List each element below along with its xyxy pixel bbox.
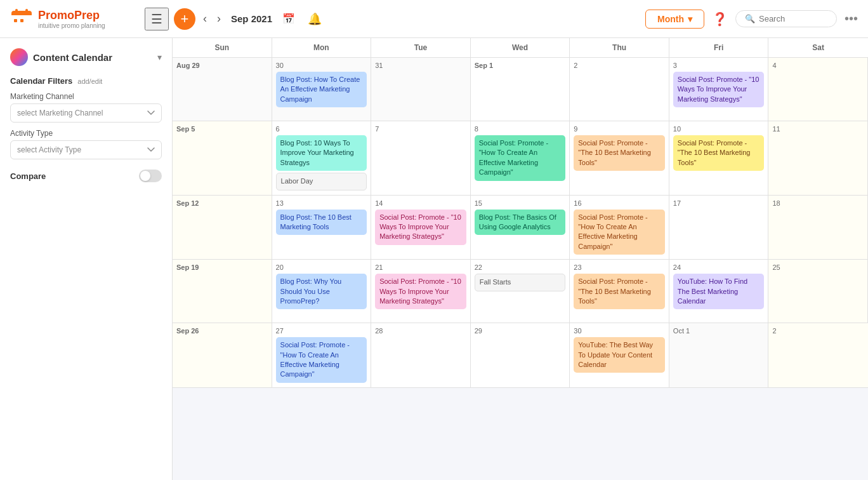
calendar-event[interactable]: Social Post: Promote - "How To Create An…: [574, 210, 665, 255]
logo-brand: PromoPrep: [38, 9, 105, 22]
calendar-cell: Sep 1: [471, 58, 570, 121]
notification-bell[interactable]: 🔔: [308, 12, 322, 26]
calendar-cell: 7: [371, 121, 471, 196]
week-label: Aug 29: [176, 62, 268, 69]
calendar-cell: Sep 12: [173, 196, 272, 260]
search-input[interactable]: [759, 14, 827, 23]
calendar-cell: 2: [570, 58, 669, 121]
calendar-cell: 31: [371, 58, 471, 121]
cell-date: 28: [375, 327, 466, 335]
calendar-event[interactable]: YouTube: The Best Way To Update Your Con…: [574, 337, 665, 373]
calendar-cell: 13Blog Post: The 10 Best Marketing Tools: [272, 196, 372, 260]
cell-date: 2: [772, 327, 864, 335]
calendar-cell: 18: [768, 196, 868, 260]
calendar-event[interactable]: Social Post: Promote - "10 Ways To Impro…: [375, 210, 466, 245]
calendar-event[interactable]: Social Post: Promote - "How To Create An…: [276, 337, 367, 383]
cell-date: 30: [276, 62, 367, 69]
logo-sub: intuitive promo planning: [38, 22, 105, 29]
add-button[interactable]: +: [174, 8, 195, 30]
calendar-cell: 30YouTube: The Best Way To Update Your C…: [570, 323, 669, 388]
hamburger-button[interactable]: ☰: [145, 8, 169, 30]
calendar-event[interactable]: Social Post: Promote - "10 Ways To Impro…: [673, 72, 765, 107]
calendar-event[interactable]: Blog Post: The 10 Best Marketing Tools: [276, 210, 367, 236]
cell-date: 14: [375, 199, 466, 207]
calendar-cell: 23Social Post: Promote - "The 10 Best Ma…: [570, 260, 669, 323]
activity-type-select[interactable]: select Activity Type: [10, 140, 162, 159]
filter-add-edit-link[interactable]: add/edit: [77, 77, 102, 85]
day-header: Wed: [471, 38, 570, 57]
layout: Content Calendar ▾ Calendar Filters add/…: [0, 0, 868, 480]
calendar-event[interactable]: Social Post: Promote - "How To Create An…: [475, 135, 566, 181]
calendar-cell: 14Social Post: Promote - "10 Ways To Imp…: [371, 196, 471, 260]
calendar-cell: 27Social Post: Promote - "How To Create …: [272, 323, 372, 388]
calendar-cell: 15Blog Post: The Basics Of Using Google …: [471, 196, 570, 260]
cell-date: 31: [375, 62, 466, 69]
calendar-cell: 16Social Post: Promote - "How To Create …: [570, 196, 669, 260]
calendar-cell: 3Social Post: Promote - "10 Ways To Impr…: [669, 58, 769, 121]
week-label: Sep 26: [176, 327, 268, 335]
cell-date: 16: [574, 199, 665, 207]
search-icon: 🔍: [745, 14, 755, 23]
cell-date: 25: [772, 263, 864, 271]
help-icon[interactable]: ❓: [712, 11, 728, 27]
calendar-cell: Aug 29: [173, 58, 272, 121]
cell-date: 24: [673, 263, 765, 271]
next-arrow[interactable]: ›: [214, 10, 223, 28]
current-date: Sep 2021: [231, 13, 272, 24]
chevron-down-icon: ▾: [688, 14, 692, 24]
week-label: Sep 12: [176, 199, 268, 207]
sidebar-logo-icon: [10, 48, 28, 66]
calendar-event[interactable]: YouTube: How To Find The Best Marketing …: [673, 274, 765, 309]
calendar-cell: Sep 26: [173, 323, 272, 388]
calendar-cell: 17: [669, 196, 769, 260]
week-label: Sep 5: [176, 125, 268, 133]
month-button[interactable]: Month ▾: [645, 10, 704, 29]
search-box: 🔍: [735, 10, 837, 27]
more-button[interactable]: •••: [845, 11, 858, 26]
activity-type-label: Activity Type: [10, 129, 162, 138]
cell-date: 2: [574, 62, 665, 69]
svg-rect-4: [25, 9, 28, 14]
week-label: Sep 19: [176, 263, 268, 271]
calendar-event[interactable]: Fall Starts: [475, 274, 566, 291]
marketing-channel-select[interactable]: select Marketing Channel: [10, 103, 162, 123]
calendar-event[interactable]: Social Post: Promote - "The 10 Best Mark…: [574, 274, 665, 309]
calendar-cell: 11: [768, 121, 868, 196]
calendar-cell: 8Social Post: Promote - "How To Create A…: [471, 121, 570, 196]
calendar-cell: 30Blog Post: How To Create An Effective …: [272, 58, 372, 121]
calendar-event[interactable]: Social Post: Promote - "The 10 Best Mark…: [673, 135, 765, 171]
cell-date: 9: [574, 125, 665, 133]
sidebar-title-area: Content Calendar: [10, 48, 112, 66]
calendar-cell: Sep 5: [173, 121, 272, 196]
cell-date: 29: [475, 327, 566, 335]
day-header: Sun: [173, 38, 272, 57]
calendar-event[interactable]: Blog Post: 10 Ways To Improve Your Marke…: [276, 135, 367, 171]
cell-date: 30: [574, 327, 665, 335]
calendar-cell: 29: [471, 323, 570, 388]
calendar-event[interactable]: Labor Day: [276, 173, 367, 190]
logo-icon: [10, 8, 33, 30]
cell-date: 17: [673, 199, 765, 207]
topbar-right: Month ▾ ❓ 🔍 •••: [645, 10, 858, 29]
calendar-event[interactable]: Blog Post: How To Create An Effective Ma…: [276, 72, 367, 107]
sidebar-chevron-icon[interactable]: ▾: [157, 52, 162, 62]
cell-date: 22: [475, 263, 566, 271]
calendar-icon[interactable]: 📅: [282, 13, 295, 25]
sidebar-title: Content Calendar: [33, 52, 112, 63]
day-header: Fri: [669, 38, 769, 57]
calendar-event[interactable]: Blog Post: Why You Should You Use PromoP…: [276, 274, 367, 309]
prev-arrow[interactable]: ‹: [201, 10, 209, 28]
cell-date: 13: [276, 199, 367, 207]
calendar-cell: 28: [371, 323, 471, 388]
svg-rect-3: [15, 9, 18, 14]
compare-row: Compare: [10, 170, 162, 182]
calendar-event[interactable]: Blog Post: The Basics Of Using Google An…: [475, 210, 566, 236]
calendar-event[interactable]: Social Post: Promote - "The 10 Best Mark…: [574, 135, 665, 171]
compare-toggle[interactable]: [139, 170, 162, 182]
calendar-event[interactable]: Social Post: Promote - "10 Ways To Impro…: [375, 274, 466, 309]
cell-date: 15: [475, 199, 566, 207]
calendar-cell: 22Fall Starts: [471, 260, 570, 323]
logo-area: PromoPrep intuitive promo planning: [10, 8, 137, 30]
calendar-cell: 4: [768, 58, 868, 121]
cell-date: 11: [772, 125, 864, 133]
